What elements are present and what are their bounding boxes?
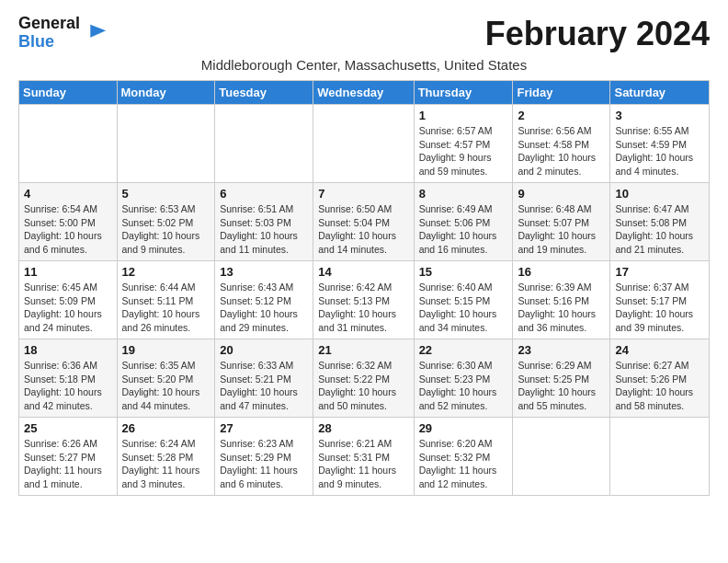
day-info: Sunrise: 6:21 AMSunset: 5:31 PMDaylight:… (318, 437, 408, 491)
logo-icon (82, 20, 108, 46)
day-info: Sunrise: 6:51 AMSunset: 5:03 PMDaylight:… (220, 202, 308, 257)
calendar-cell: 2Sunrise: 6:56 AMSunset: 4:58 PMDaylight… (513, 105, 610, 183)
header-tuesday: Tuesday (215, 81, 313, 105)
calendar-cell (610, 418, 710, 496)
day-number: 19 (122, 343, 210, 357)
day-number: 15 (419, 265, 508, 279)
day-info: Sunrise: 6:47 AMSunset: 5:08 PMDaylight:… (615, 202, 704, 257)
day-number: 2 (518, 109, 605, 122)
day-number: 4 (24, 187, 112, 201)
day-number: 11 (24, 265, 112, 279)
day-info: Sunrise: 6:20 AMSunset: 5:32 PMDaylight:… (419, 437, 508, 491)
calendar-cell: 4Sunrise: 6:54 AMSunset: 5:00 PMDaylight… (19, 183, 118, 261)
day-number: 3 (615, 109, 704, 122)
day-info: Sunrise: 6:37 AMSunset: 5:17 PMDaylight:… (615, 281, 704, 335)
header-sunday: Sunday (19, 81, 118, 105)
page-header: GeneralBlue February 2024 (18, 15, 710, 53)
day-number: 25 (24, 421, 112, 435)
header-wednesday: Wednesday (313, 81, 414, 105)
header-thursday: Thursday (414, 81, 513, 105)
day-info: Sunrise: 6:44 AMSunset: 5:11 PMDaylight:… (122, 281, 210, 335)
day-number: 8 (419, 187, 508, 201)
day-info: Sunrise: 6:43 AMSunset: 5:12 PMDaylight:… (220, 281, 308, 335)
calendar-cell: 24Sunrise: 6:27 AMSunset: 5:26 PMDayligh… (610, 339, 710, 418)
day-number: 7 (318, 187, 408, 201)
calendar-cell: 22Sunrise: 6:30 AMSunset: 5:23 PMDayligh… (414, 339, 513, 418)
day-info: Sunrise: 6:53 AMSunset: 5:02 PMDaylight:… (122, 202, 210, 257)
svg-marker-0 (90, 24, 106, 37)
header-monday: Monday (117, 81, 215, 105)
day-info: Sunrise: 6:54 AMSunset: 5:00 PMDaylight:… (24, 202, 112, 257)
title-block: February 2024 (485, 15, 710, 53)
day-number: 28 (318, 421, 408, 435)
day-number: 24 (615, 343, 704, 357)
day-number: 20 (220, 343, 308, 357)
day-info: Sunrise: 6:50 AMSunset: 5:04 PMDaylight:… (318, 202, 408, 257)
day-number: 27 (220, 421, 308, 435)
calendar-cell: 19Sunrise: 6:35 AMSunset: 5:20 PMDayligh… (117, 339, 215, 418)
calendar-table: Sunday Monday Tuesday Wednesday Thursday… (18, 80, 710, 496)
calendar-cell: 5Sunrise: 6:53 AMSunset: 5:02 PMDaylight… (117, 183, 215, 261)
day-number: 23 (518, 343, 605, 357)
day-number: 17 (615, 265, 704, 279)
calendar-cell: 27Sunrise: 6:23 AMSunset: 5:29 PMDayligh… (215, 418, 313, 496)
day-number: 6 (220, 187, 308, 201)
calendar-cell: 20Sunrise: 6:33 AMSunset: 5:21 PMDayligh… (215, 339, 313, 418)
calendar-cell: 25Sunrise: 6:26 AMSunset: 5:27 PMDayligh… (19, 418, 118, 496)
calendar-cell: 26Sunrise: 6:24 AMSunset: 5:28 PMDayligh… (117, 418, 215, 496)
calendar-week-row: 1Sunrise: 6:57 AMSunset: 4:57 PMDaylight… (19, 105, 710, 183)
calendar-cell (19, 105, 118, 183)
calendar-cell: 7Sunrise: 6:50 AMSunset: 5:04 PMDaylight… (313, 183, 414, 261)
day-info: Sunrise: 6:27 AMSunset: 5:26 PMDaylight:… (615, 359, 704, 413)
calendar-cell (313, 105, 414, 183)
day-number: 12 (122, 265, 210, 279)
weekday-header-row: Sunday Monday Tuesday Wednesday Thursday… (19, 81, 710, 105)
day-info: Sunrise: 6:49 AMSunset: 5:06 PMDaylight:… (419, 202, 508, 257)
logo-text: GeneralBlue (18, 15, 80, 52)
header-saturday: Saturday (610, 81, 710, 105)
calendar-cell: 8Sunrise: 6:49 AMSunset: 5:06 PMDaylight… (414, 183, 513, 261)
day-info: Sunrise: 6:35 AMSunset: 5:20 PMDaylight:… (122, 359, 210, 413)
calendar-cell (215, 105, 313, 183)
day-info: Sunrise: 6:24 AMSunset: 5:28 PMDaylight:… (122, 437, 210, 491)
day-info: Sunrise: 6:57 AMSunset: 4:57 PMDaylight:… (419, 124, 508, 178)
calendar-week-row: 25Sunrise: 6:26 AMSunset: 5:27 PMDayligh… (19, 418, 710, 496)
day-number: 13 (220, 265, 308, 279)
day-info: Sunrise: 6:26 AMSunset: 5:27 PMDaylight:… (24, 437, 112, 491)
calendar-cell: 23Sunrise: 6:29 AMSunset: 5:25 PMDayligh… (513, 339, 610, 418)
day-info: Sunrise: 6:39 AMSunset: 5:16 PMDaylight:… (518, 281, 605, 335)
calendar-cell: 15Sunrise: 6:40 AMSunset: 5:15 PMDayligh… (414, 261, 513, 339)
calendar-cell: 17Sunrise: 6:37 AMSunset: 5:17 PMDayligh… (610, 261, 710, 339)
calendar-cell: 14Sunrise: 6:42 AMSunset: 5:13 PMDayligh… (313, 261, 414, 339)
calendar-cell (513, 418, 610, 496)
calendar-cell: 9Sunrise: 6:48 AMSunset: 5:07 PMDaylight… (513, 183, 610, 261)
day-info: Sunrise: 6:23 AMSunset: 5:29 PMDaylight:… (220, 437, 308, 491)
calendar-cell: 28Sunrise: 6:21 AMSunset: 5:31 PMDayligh… (313, 418, 414, 496)
day-info: Sunrise: 6:33 AMSunset: 5:21 PMDaylight:… (220, 359, 308, 413)
calendar-cell (117, 105, 215, 183)
day-number: 22 (419, 343, 508, 357)
day-number: 21 (318, 343, 408, 357)
day-number: 16 (518, 265, 605, 279)
day-number: 29 (419, 421, 508, 435)
day-info: Sunrise: 6:29 AMSunset: 5:25 PMDaylight:… (518, 359, 605, 413)
day-number: 9 (518, 187, 605, 201)
logo: GeneralBlue (18, 15, 108, 52)
header-friday: Friday (513, 81, 610, 105)
day-info: Sunrise: 6:32 AMSunset: 5:22 PMDaylight:… (318, 359, 408, 413)
day-info: Sunrise: 6:55 AMSunset: 4:59 PMDaylight:… (615, 124, 704, 178)
calendar-cell: 29Sunrise: 6:20 AMSunset: 5:32 PMDayligh… (414, 418, 513, 496)
day-info: Sunrise: 6:42 AMSunset: 5:13 PMDaylight:… (318, 281, 408, 335)
calendar-cell: 6Sunrise: 6:51 AMSunset: 5:03 PMDaylight… (215, 183, 313, 261)
day-number: 10 (615, 187, 704, 201)
calendar-cell: 13Sunrise: 6:43 AMSunset: 5:12 PMDayligh… (215, 261, 313, 339)
day-info: Sunrise: 6:30 AMSunset: 5:23 PMDaylight:… (419, 359, 508, 413)
day-number: 26 (122, 421, 210, 435)
day-info: Sunrise: 6:40 AMSunset: 5:15 PMDaylight:… (419, 281, 508, 335)
calendar-week-row: 18Sunrise: 6:36 AMSunset: 5:18 PMDayligh… (19, 339, 710, 418)
day-info: Sunrise: 6:45 AMSunset: 5:09 PMDaylight:… (24, 281, 112, 335)
day-info: Sunrise: 6:48 AMSunset: 5:07 PMDaylight:… (518, 202, 605, 257)
calendar-cell: 11Sunrise: 6:45 AMSunset: 5:09 PMDayligh… (19, 261, 118, 339)
day-info: Sunrise: 6:36 AMSunset: 5:18 PMDaylight:… (24, 359, 112, 413)
calendar-cell: 1Sunrise: 6:57 AMSunset: 4:57 PMDaylight… (414, 105, 513, 183)
